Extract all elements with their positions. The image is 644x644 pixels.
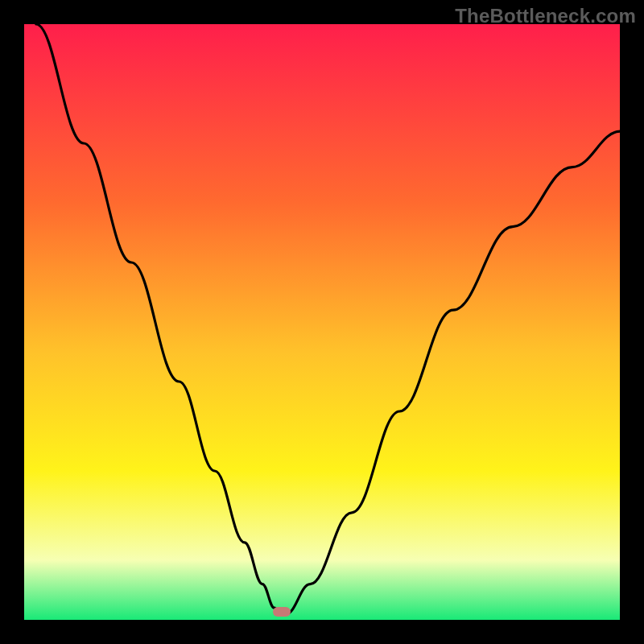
curve-right-branch: [287, 131, 620, 613]
bottleneck-curve: [24, 24, 620, 620]
chart-frame: TheBottleneck.com: [0, 0, 644, 644]
optimum-marker: [273, 607, 291, 617]
curve-left-branch: [36, 24, 280, 614]
plot-area: [24, 24, 620, 620]
watermark-text: TheBottleneck.com: [455, 5, 636, 27]
